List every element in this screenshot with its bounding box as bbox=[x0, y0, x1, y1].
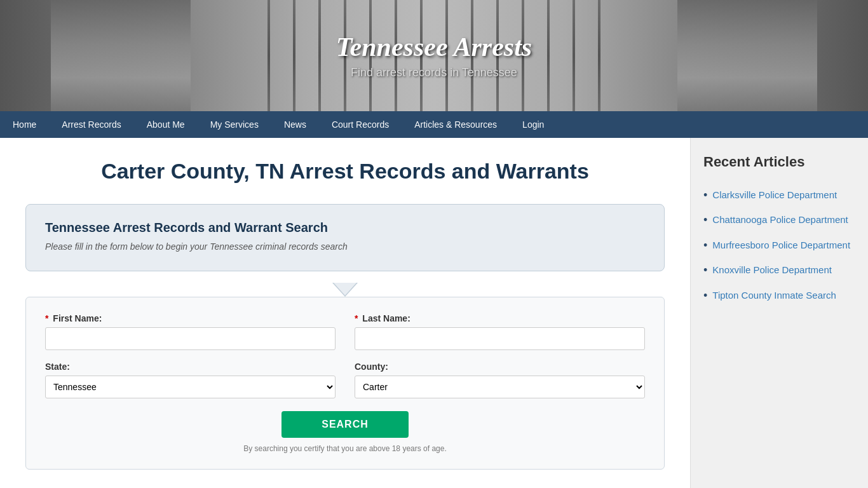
nav-services[interactable]: My Services bbox=[198, 111, 271, 138]
first-name-label: * First Name: bbox=[45, 313, 336, 323]
article-link-clarksville[interactable]: Clarksville Police Department bbox=[712, 188, 837, 201]
state-select[interactable]: Tennessee Alabama Georgia Kentucky Virgi… bbox=[45, 376, 336, 398]
search-box-title: Tennessee Arrest Records and Warrant Sea… bbox=[45, 220, 645, 235]
name-row: * First Name: * Last Name: bbox=[45, 313, 645, 350]
nav-arrest-records[interactable]: Arrest Records bbox=[49, 111, 133, 138]
arrow-down-icon bbox=[332, 283, 358, 297]
last-name-label: * Last Name: bbox=[355, 313, 645, 323]
bullet-icon: • bbox=[703, 238, 707, 253]
last-name-required: * bbox=[355, 313, 358, 323]
search-form-note: By searching you certify that you are ab… bbox=[45, 444, 645, 453]
nav-news[interactable]: News bbox=[271, 111, 319, 138]
last-name-input[interactable] bbox=[355, 327, 645, 350]
main-nav: Home Arrest Records About Me My Services… bbox=[0, 111, 868, 138]
search-box-subtitle: Please fill in the form below to begin y… bbox=[45, 241, 645, 252]
county-label: County: bbox=[355, 362, 645, 372]
list-item: • Tipton County Inmate Search bbox=[703, 288, 855, 303]
sidebar-title: Recent Articles bbox=[703, 154, 855, 175]
state-group: State: Tennessee Alabama Georgia Kentuck… bbox=[45, 362, 336, 398]
list-item: • Chattanooga Police Department bbox=[703, 213, 855, 227]
site-header: Tennessee Arrests Find arrest records in… bbox=[0, 0, 868, 111]
location-row: State: Tennessee Alabama Georgia Kentuck… bbox=[45, 362, 645, 398]
article-link-tipton[interactable]: Tipton County Inmate Search bbox=[712, 288, 836, 302]
search-form-container: * First Name: * Last Name: State: bbox=[25, 297, 665, 470]
list-item: • Clarksville Police Department bbox=[703, 188, 855, 203]
article-link-chattanooga[interactable]: Chattanooga Police Department bbox=[712, 213, 848, 226]
first-name-group: * First Name: bbox=[45, 313, 336, 350]
list-item: • Murfreesboro Police Department bbox=[703, 238, 855, 253]
bullet-icon: • bbox=[703, 213, 707, 227]
first-name-required: * bbox=[45, 313, 48, 323]
arrow-container bbox=[25, 283, 665, 297]
recent-articles-list: • Clarksville Police Department • Chatta… bbox=[703, 188, 855, 303]
site-subtitle: Find arrest records in Tennessee bbox=[336, 66, 532, 79]
bullet-icon: • bbox=[703, 288, 707, 303]
nav-articles-resources[interactable]: Articles & Resources bbox=[402, 111, 510, 138]
header-text: Tennessee Arrests Find arrest records in… bbox=[336, 32, 532, 79]
bullet-icon: • bbox=[703, 263, 707, 278]
list-item: • Knoxville Police Department bbox=[703, 263, 855, 278]
main-container: Carter County, TN Arrest Records and War… bbox=[0, 138, 868, 488]
first-name-input[interactable] bbox=[45, 327, 336, 350]
nav-about-me[interactable]: About Me bbox=[134, 111, 198, 138]
sidebar: Recent Articles • Clarksville Police Dep… bbox=[690, 138, 868, 488]
page-title: Carter County, TN Arrest Records and War… bbox=[25, 157, 665, 185]
nav-home[interactable]: Home bbox=[0, 111, 49, 138]
search-info-box: Tennessee Arrest Records and Warrant Sea… bbox=[25, 204, 665, 271]
article-link-murfreesboro[interactable]: Murfreesboro Police Department bbox=[712, 238, 850, 252]
article-link-knoxville[interactable]: Knoxville Police Department bbox=[712, 263, 832, 276]
content-area: Carter County, TN Arrest Records and War… bbox=[0, 138, 690, 488]
bullet-icon: • bbox=[703, 188, 707, 203]
search-button[interactable]: SEARCH bbox=[281, 411, 409, 438]
nav-login[interactable]: Login bbox=[510, 111, 557, 138]
county-select[interactable]: Carter Anderson Bedford Davidson Knox Sh… bbox=[355, 376, 645, 398]
nav-court-records[interactable]: Court Records bbox=[319, 111, 402, 138]
county-group: County: Carter Anderson Bedford Davidson… bbox=[355, 362, 645, 398]
state-label: State: bbox=[45, 362, 336, 372]
site-title: Tennessee Arrests bbox=[336, 32, 532, 62]
last-name-group: * Last Name: bbox=[355, 313, 645, 350]
